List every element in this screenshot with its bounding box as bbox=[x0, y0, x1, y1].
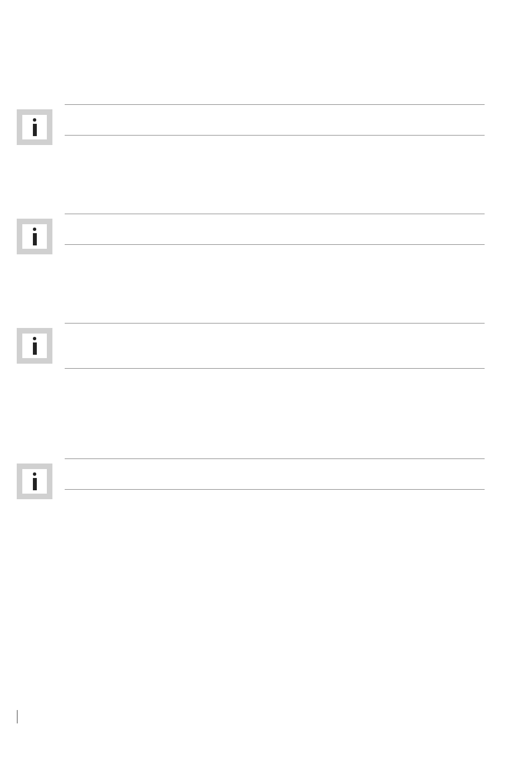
divider-line bbox=[65, 135, 485, 136]
divider-line bbox=[65, 368, 485, 369]
info-icon-dot bbox=[33, 118, 36, 122]
divider-line bbox=[65, 489, 485, 490]
info-icon-dot bbox=[33, 472, 36, 476]
info-icon-bg bbox=[22, 334, 47, 358]
info-icon-frame bbox=[17, 328, 52, 364]
divider-line bbox=[65, 244, 485, 245]
footer-mark bbox=[17, 710, 18, 723]
info-icon-stem bbox=[33, 124, 37, 136]
info-icon-stem bbox=[33, 233, 37, 245]
divider-line bbox=[65, 458, 485, 459]
info-icon bbox=[33, 118, 37, 136]
info-icon bbox=[33, 228, 37, 245]
info-icon bbox=[33, 337, 37, 355]
info-icon-stem bbox=[33, 342, 37, 355]
divider-line bbox=[65, 104, 485, 105]
info-icon-bg bbox=[22, 115, 47, 139]
info-icon-dot bbox=[33, 337, 36, 340]
info-icon-frame bbox=[17, 109, 52, 145]
info-icon-bg bbox=[22, 469, 47, 494]
info-icon-stem bbox=[33, 478, 37, 490]
info-icon-bg bbox=[22, 224, 47, 249]
divider-line bbox=[65, 323, 485, 324]
divider-line bbox=[65, 214, 485, 214]
info-icon-frame bbox=[17, 464, 52, 499]
info-icon bbox=[33, 472, 37, 490]
info-icon-dot bbox=[33, 228, 36, 231]
info-icon-frame bbox=[17, 219, 52, 254]
